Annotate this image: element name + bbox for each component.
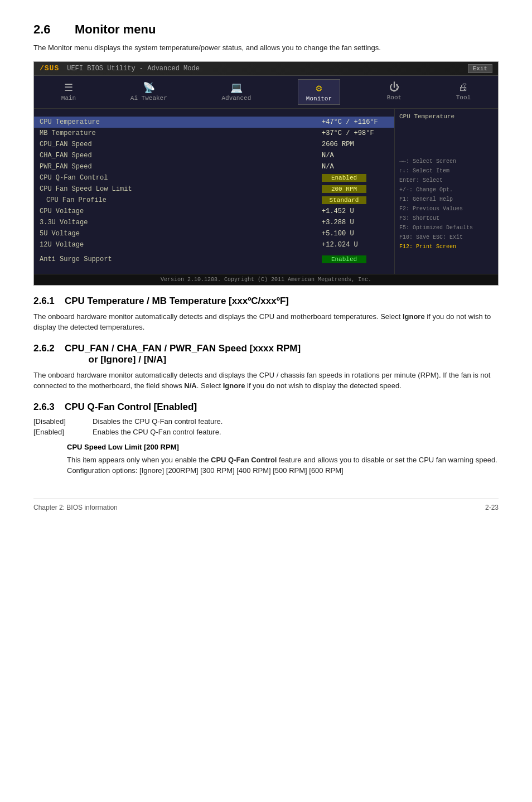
subsection-heading-263: 2.6.3 CPU Q-Fan Control [Enabled] (33, 402, 499, 413)
bios-row-fan-profile[interactable]: CPU Fan Profile Standard (34, 195, 394, 206)
bios-nav-tool-label: Tool (456, 94, 471, 101)
sub263-enabled-term: [Enabled] (33, 428, 84, 436)
bios-nav-monitor-label: Monitor (306, 95, 332, 102)
bios-row-mb-temp[interactable]: MB Temperature +37°C / +98°F (34, 128, 394, 139)
bios-nav: ☰ Main 📡 Ai Tweaker 💻 Advanced ⚙ Monitor… (34, 76, 498, 109)
bios-row-5v-label: 5U Voltage (40, 230, 322, 238)
bios-row-12v-label: 12U Voltage (40, 241, 322, 249)
bios-row-fan-low-value: 200 RPM (322, 185, 389, 193)
key-f10: F10: Save ESC: Exit (399, 233, 494, 242)
bios-nav-main-icon: ☰ (64, 81, 73, 94)
sub262-title: CPU_FAN / CHA_FAN / PWR_FAN Speed [xxxx … (65, 343, 301, 365)
bios-row-fan-profile-label: CPU Fan Profile (40, 196, 322, 204)
key-f1: F1: General Help (399, 195, 494, 204)
fan-profile-badge: Standard (322, 196, 366, 204)
section-heading-2-6: 2.6 Monitor menu (33, 22, 499, 37)
section-title: Monitor menu (75, 22, 156, 37)
bios-row-cpu-fan[interactable]: CPU_FAN Speed 2606 RPM (34, 139, 394, 150)
bios-nav-monitor-icon: ⚙ (316, 82, 322, 94)
fan-low-badge: 200 RPM (322, 185, 366, 193)
bios-row-q-fan[interactable]: CPU Q-Fan Control Enabled (34, 172, 394, 183)
key-f12: F12: Print Screen (399, 242, 494, 252)
bios-nav-tool[interactable]: 🖨 Tool (448, 79, 478, 105)
bios-row-anti-surge-value: Enabled (322, 255, 389, 263)
bios-nav-ai-icon: 📡 (143, 81, 155, 94)
bios-row-q-fan-label: CPU Q-Fan Control (40, 174, 322, 182)
key-f2: F2: Previous Values (399, 204, 494, 214)
bios-row-cpu-fan-value: 2606 RPM (322, 141, 389, 148)
bios-mode-text: UEFI BIOS Utility - Advanced Mode (67, 65, 200, 73)
sub261-title: CPU Temperature / MB Temperature [xxxºC/… (65, 296, 289, 307)
key-change-opt: +/-: Change Opt. (399, 185, 494, 195)
subsubsection-title: CPU Speed Low Limit [200 RPM] (67, 443, 499, 451)
sub263-disabled-desc: Disables the CPU Q-Fan control feature. (93, 417, 223, 426)
bios-nav-main[interactable]: ☰ Main (54, 79, 84, 105)
anti-surge-badge: Enabled (322, 255, 366, 263)
bios-exit-button[interactable]: Exit (468, 64, 492, 73)
bios-sidebar-keys: →←: Select Screen ↑↓: Select Item Enter:… (399, 157, 494, 252)
bios-row-cpu-volt-label: CPU Voltage (40, 207, 322, 215)
key-f5: F5: Optimized Defaults (399, 223, 494, 233)
bios-title-bar: /SUS UEFI BIOS Utility - Advanced Mode E… (34, 62, 498, 76)
bios-row-33v-label: 3.3U Voltage (40, 219, 322, 226)
bios-row-cpu-volt[interactable]: CPU Voltage +1.452 U (34, 206, 394, 217)
bios-row-fan-profile-value: Standard (322, 196, 389, 204)
sub263-option-enabled: [Enabled] Enables the CPU Q-Fan control … (33, 428, 499, 436)
bios-row-fan-low[interactable]: CPU Fan Speed Low Limit 200 RPM (34, 183, 394, 195)
bios-nav-ai-tweaker[interactable]: 📡 Ai Tweaker (123, 79, 175, 105)
footer-right: 2-23 (485, 504, 499, 511)
bios-row-cpu-temp-label: CPU Temperature (40, 118, 322, 126)
subsubsection-cpu-speed-low: CPU Speed Low Limit [200 RPM] This item … (67, 443, 499, 476)
bios-nav-boot-icon: ⏻ (389, 81, 399, 93)
sub262-number: 2.6.2 (33, 343, 56, 354)
key-select-screen: →←: Select Screen (399, 157, 494, 166)
bios-row-pwr-fan-value: N/A (322, 163, 389, 171)
sub263-options: [Disabled] Disables the CPU Q-Fan contro… (33, 417, 499, 436)
bios-screenshot: /SUS UEFI BIOS Utility - Advanced Mode E… (33, 61, 499, 286)
sub263-disabled-term: [Disabled] (33, 417, 84, 426)
bios-row-q-fan-value: Enabled (322, 174, 389, 182)
sub263-option-disabled: [Disabled] Disables the CPU Q-Fan contro… (33, 417, 499, 426)
q-fan-badge: Enabled (322, 174, 366, 182)
sub261-number: 2.6.1 (33, 296, 56, 307)
bios-row-cpu-fan-label: CPU_FAN Speed (40, 141, 322, 148)
bios-nav-adv-icon: 💻 (230, 81, 243, 94)
bios-sidebar: CPU Temperature →←: Select Screen ↑↓: Se… (395, 109, 498, 274)
bios-row-cha-fan[interactable]: CHA_FAN Speed N/A (34, 150, 394, 161)
bios-nav-boot-label: Boot (387, 94, 402, 101)
subsection-heading-261: 2.6.1 CPU Temperature / MB Temperature [… (33, 296, 499, 307)
bios-row-cha-fan-label: CHA_FAN Speed (40, 152, 322, 160)
bios-main-panel: CPU Temperature +47°C / +116°F MB Temper… (34, 109, 395, 274)
bios-row-cha-fan-value: N/A (322, 152, 389, 160)
bios-row-cpu-temp[interactable]: CPU Temperature +47°C / +116°F (34, 117, 394, 128)
bios-nav-main-label: Main (61, 95, 76, 102)
bios-row-mb-temp-value: +37°C / +98°F (322, 129, 389, 137)
section-description: The Monitor menu displays the system tem… (33, 42, 499, 54)
bios-nav-advanced[interactable]: 💻 Advanced (214, 79, 259, 105)
bios-row-5v[interactable]: 5U Voltage +5.100 U (34, 228, 394, 239)
bios-row-5v-value: +5.100 U (322, 230, 389, 238)
bios-logo: /SUS (40, 64, 59, 73)
sub261-description: The onboard hardware monitor automatical… (33, 311, 499, 333)
bios-row-mb-temp-label: MB Temperature (40, 129, 322, 137)
bios-nav-monitor[interactable]: ⚙ Monitor (298, 79, 340, 105)
bios-row-cpu-volt-value: +1.452 U (322, 207, 389, 215)
bios-nav-tool-icon: 🖨 (458, 81, 468, 93)
bios-row-33v[interactable]: 3.3U Voltage +3.288 U (34, 217, 394, 228)
bios-row-pwr-fan[interactable]: PWR_FAN Speed N/A (34, 161, 394, 172)
bios-row-anti-surge[interactable]: Anti Surge Support Enabled (34, 254, 394, 265)
bios-row-12v-value: +12.024 U (322, 241, 389, 249)
sub262-description: The onboard hardware monitor automatical… (33, 370, 499, 392)
key-f3: F3: Shortcut (399, 214, 494, 223)
bios-nav-adv-label: Advanced (221, 95, 251, 102)
bios-row-anti-surge-label: Anti Surge Support (40, 255, 322, 263)
footer-left: Chapter 2: BIOS information (33, 504, 118, 511)
sub263-title: CPU Q-Fan Control [Enabled] (65, 402, 197, 413)
bios-row-cpu-temp-value: +47°C / +116°F (322, 118, 389, 126)
key-enter: Enter: Select (399, 176, 494, 185)
bios-row-pwr-fan-label: PWR_FAN Speed (40, 163, 322, 171)
bios-nav-boot[interactable]: ⏻ Boot (379, 79, 409, 105)
section-number: 2.6 (33, 22, 61, 37)
subsubsection-desc: This item appears only when you enable t… (67, 455, 499, 476)
bios-row-12v[interactable]: 12U Voltage +12.024 U (34, 239, 394, 250)
